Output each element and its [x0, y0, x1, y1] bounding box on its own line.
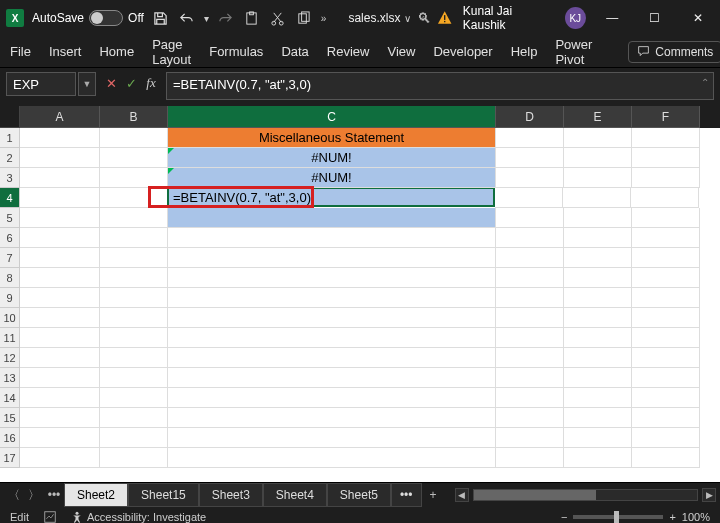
- cell-D17[interactable]: [496, 448, 564, 468]
- avatar[interactable]: KJ: [565, 7, 586, 29]
- sheet-nav-next[interactable]: 〉: [24, 485, 44, 505]
- cell-F2[interactable]: [632, 148, 700, 168]
- cell-B12[interactable]: [100, 348, 168, 368]
- maximize-button[interactable]: ☐: [639, 4, 672, 32]
- cell-C10[interactable]: [168, 308, 496, 328]
- toggle-icon[interactable]: [89, 10, 123, 26]
- cell-F9[interactable]: [632, 288, 700, 308]
- sheet-tab-active[interactable]: Sheet2: [64, 483, 128, 507]
- cell-B4[interactable]: [100, 188, 168, 208]
- zoom-out-icon[interactable]: −: [561, 511, 567, 523]
- col-header-D[interactable]: D: [496, 106, 564, 128]
- zoom-in-icon[interactable]: +: [669, 511, 675, 523]
- row-header-5[interactable]: 5: [0, 208, 20, 228]
- cell-C7[interactable]: [168, 248, 496, 268]
- cell-E10[interactable]: [564, 308, 632, 328]
- formula-bar[interactable]: =BETAINV(0.7, "at",3,0) ⌃: [166, 72, 714, 100]
- zoom-control[interactable]: − + 100%: [561, 511, 710, 523]
- row-header-14[interactable]: 14: [0, 388, 20, 408]
- fx-icon[interactable]: fx: [142, 72, 160, 94]
- cell-C3[interactable]: #NUM!: [168, 168, 496, 188]
- redo-icon[interactable]: [217, 9, 235, 27]
- cell-E2[interactable]: [564, 148, 632, 168]
- cells-area[interactable]: Miscellaneous Statement#NUM!#NUM!=BETAIN…: [20, 128, 720, 482]
- cell-F1[interactable]: [632, 128, 700, 148]
- cell-E5[interactable]: [564, 208, 632, 228]
- row-header-11[interactable]: 11: [0, 328, 20, 348]
- cell-E4[interactable]: [563, 188, 631, 208]
- cell-E8[interactable]: [564, 268, 632, 288]
- cell-D14[interactable]: [496, 388, 564, 408]
- cell-E17[interactable]: [564, 448, 632, 468]
- horizontal-scrollbar[interactable]: ◀ ▶: [445, 488, 716, 502]
- cell-B8[interactable]: [100, 268, 168, 288]
- cell-E13[interactable]: [564, 368, 632, 388]
- cell-B15[interactable]: [100, 408, 168, 428]
- cell-D7[interactable]: [496, 248, 564, 268]
- cell-D15[interactable]: [496, 408, 564, 428]
- cell-E11[interactable]: [564, 328, 632, 348]
- cell-F15[interactable]: [632, 408, 700, 428]
- sheet-tab-sheet15[interactable]: Sheet15: [128, 483, 199, 507]
- scroll-right-icon[interactable]: ▶: [702, 488, 716, 502]
- cell-B13[interactable]: [100, 368, 168, 388]
- cell-C2[interactable]: #NUM!: [168, 148, 496, 168]
- cell-C14[interactable]: [168, 388, 496, 408]
- cell-A5[interactable]: [20, 208, 100, 228]
- save-icon[interactable]: [152, 9, 170, 27]
- tab-page-layout[interactable]: Page Layout: [152, 37, 191, 67]
- cell-D16[interactable]: [496, 428, 564, 448]
- cell-B2[interactable]: [100, 148, 168, 168]
- sheet-nav-prev[interactable]: 〈: [4, 485, 24, 505]
- cell-E14[interactable]: [564, 388, 632, 408]
- cell-B1[interactable]: [100, 128, 168, 148]
- cell-D12[interactable]: [496, 348, 564, 368]
- cell-C1[interactable]: Miscellaneous Statement: [168, 128, 496, 148]
- cell-F4[interactable]: [631, 188, 699, 208]
- qat-overflow-icon[interactable]: »: [321, 13, 327, 24]
- cell-E16[interactable]: [564, 428, 632, 448]
- tab-file[interactable]: File: [10, 44, 31, 59]
- undo-icon[interactable]: [178, 9, 196, 27]
- cut-icon[interactable]: [269, 9, 287, 27]
- cell-F16[interactable]: [632, 428, 700, 448]
- cell-D6[interactable]: [496, 228, 564, 248]
- name-box-dropdown[interactable]: ▼: [78, 72, 96, 96]
- cell-B10[interactable]: [100, 308, 168, 328]
- tab-help[interactable]: Help: [511, 44, 538, 59]
- cell-A1[interactable]: [20, 128, 100, 148]
- cell-F7[interactable]: [632, 248, 700, 268]
- cell-C12[interactable]: [168, 348, 496, 368]
- tab-review[interactable]: Review: [327, 44, 370, 59]
- cell-C8[interactable]: [168, 268, 496, 288]
- cell-A6[interactable]: [20, 228, 100, 248]
- row-header-2[interactable]: 2: [0, 148, 20, 168]
- cell-A3[interactable]: [20, 168, 100, 188]
- zoom-slider[interactable]: [573, 515, 663, 519]
- cell-B9[interactable]: [100, 288, 168, 308]
- cell-C9[interactable]: [168, 288, 496, 308]
- row-header-6[interactable]: 6: [0, 228, 20, 248]
- scroll-thumb[interactable]: [474, 490, 597, 500]
- cell-A7[interactable]: [20, 248, 100, 268]
- cell-A9[interactable]: [20, 288, 100, 308]
- cell-E6[interactable]: [564, 228, 632, 248]
- row-header-17[interactable]: 17: [0, 448, 20, 468]
- cell-C11[interactable]: [168, 328, 496, 348]
- cell-A12[interactable]: [20, 348, 100, 368]
- tab-insert[interactable]: Insert: [49, 44, 82, 59]
- row-header-13[interactable]: 13: [0, 368, 20, 388]
- cell-D11[interactable]: [496, 328, 564, 348]
- spreadsheet-grid[interactable]: ABCDEF 1234567891011121314151617 Miscell…: [0, 106, 720, 482]
- cell-D9[interactable]: [496, 288, 564, 308]
- cell-B3[interactable]: [100, 168, 168, 188]
- tab-home[interactable]: Home: [99, 44, 134, 59]
- cell-B16[interactable]: [100, 428, 168, 448]
- scroll-left-icon[interactable]: ◀: [455, 488, 469, 502]
- col-header-C[interactable]: C: [168, 106, 496, 128]
- cell-A2[interactable]: [20, 148, 100, 168]
- cell-D4[interactable]: [495, 188, 563, 208]
- cell-D13[interactable]: [496, 368, 564, 388]
- copy-icon[interactable]: [295, 9, 313, 27]
- cell-A11[interactable]: [20, 328, 100, 348]
